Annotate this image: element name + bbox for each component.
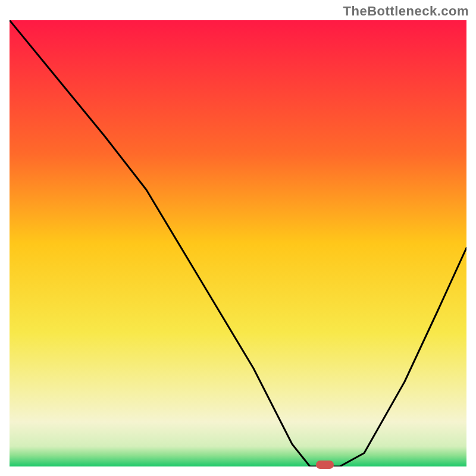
watermark-text: TheBottleneck.com [343,4,469,19]
gradient-background [10,20,466,466]
chart-container: TheBottleneck.com [0,0,476,476]
plot-area [10,20,466,466]
chart-svg [10,20,466,466]
optimal-marker [316,461,334,469]
